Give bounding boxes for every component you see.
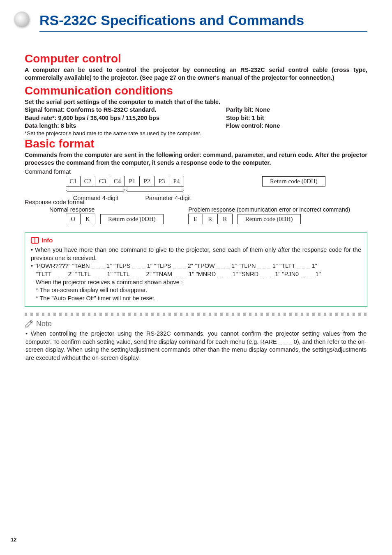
cell-c1: C1	[66, 176, 81, 187]
cell-c3: C3	[95, 176, 110, 187]
cell-o: O	[66, 214, 81, 224]
info-title: Info	[42, 236, 53, 244]
command-format-label: Command format	[25, 168, 367, 175]
pencil-icon	[25, 319, 34, 328]
info-bullet-1: When you have more than one command to g…	[31, 246, 361, 261]
cell-p2: P2	[140, 176, 154, 187]
problem-response-label: Problem response (communication error or…	[188, 206, 350, 213]
note-title: Note	[36, 320, 52, 328]
return-code-box-1: Return code (0DH)	[262, 176, 325, 187]
page-number: 12	[11, 537, 16, 543]
computer-control-body: A computer can be used to control the pr…	[25, 66, 367, 82]
info-star1: * The on-screen display will not disappe…	[36, 287, 147, 293]
heading-communication-conditions: Communication conditions	[25, 84, 367, 97]
command-format-row: C1 C2 C3 C4 P1 P2 P3 P4 Return code (0DH…	[25, 176, 367, 187]
heading-basic-format: Basic format	[25, 137, 367, 150]
command-cells: C1 C2 C3 C4 P1 P2 P3 P4	[66, 176, 184, 187]
info-box: Info • When you have more than one comma…	[25, 233, 367, 307]
spec-flow-control: Flow control: None	[226, 122, 367, 130]
normal-response-label: Normal response	[49, 206, 95, 213]
note-divider	[25, 313, 367, 316]
note-body: When controlling the projector using the…	[25, 330, 367, 361]
baud-footnote: *Set the projector's baud rate to the sa…	[25, 130, 367, 136]
cell-r1: R	[203, 214, 218, 224]
info-bullet-2-line2: "TLTT _ _ _ 2" "TLTL _ _ _ 1" "TLTL _ _ …	[36, 271, 321, 277]
spec-baud-rate: Baud rate*: 9,600 bps / 38,400 bps / 115…	[25, 114, 226, 122]
return-code-box-2: Return code (0DH)	[100, 214, 164, 224]
info-line3: When the projector receives a command sh…	[36, 279, 183, 286]
book-icon	[31, 237, 39, 244]
spec-data-length: Data length: 8 bits	[25, 122, 226, 130]
page-title: RS-232C Specifications and Commands	[39, 12, 367, 32]
comm-intro: Set the serial port settings of the comp…	[25, 98, 367, 106]
bracket-row	[66, 187, 367, 194]
basic-format-body: Commands from the computer are sent in t…	[25, 151, 367, 167]
cell-e: E	[188, 214, 203, 224]
spec-parity: Parity bit: None	[226, 106, 367, 114]
spec-signal-format: Signal format: Conforms to RS-232C stand…	[25, 106, 226, 114]
cell-p3: P3	[154, 176, 169, 187]
spec-stop-bit: Stop bit: 1 bit	[226, 114, 367, 122]
cell-c4: C4	[110, 176, 125, 187]
response-row: O K Return code (0DH) E R R Return code …	[25, 214, 367, 224]
cell-r2: R	[218, 214, 233, 224]
return-code-box-3: Return code (0DH)	[238, 214, 301, 224]
section-bullet-icon	[14, 12, 30, 27]
cell-p4: P4	[169, 176, 184, 187]
parameter-4digit-label: Parameter 4-digit	[138, 195, 198, 201]
bracket-icon	[66, 189, 185, 192]
heading-computer-control: Computer control	[25, 52, 367, 65]
cell-k: K	[81, 214, 95, 224]
info-bullet-2-line1: "POWR????" "TABN _ _ _ 1" "TLPS _ _ _ 1"…	[35, 263, 317, 269]
cell-c2: C2	[81, 176, 95, 187]
cell-p1: P1	[125, 176, 140, 187]
info-star2: * The "Auto Power Off" timer will not be…	[36, 295, 156, 302]
